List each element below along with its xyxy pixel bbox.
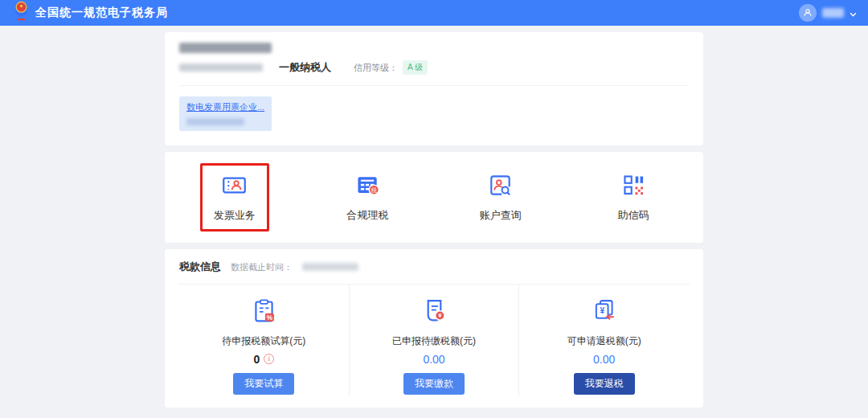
tax-card-value: 0.00 [593, 353, 615, 366]
tax-card-declared-unpaid: ¥ 已申报待缴税额(元) 0.00 我要缴款 [349, 285, 520, 396]
company-name-redacted [179, 43, 272, 53]
tax-card-label: 已申报待缴税额(元) [392, 334, 476, 348]
credit-rating-badge: A 级 [403, 60, 428, 75]
qr-code-icon [621, 173, 646, 201]
user-menu[interactable] [799, 4, 857, 22]
main-content: 一般纳税人 信用等级： A 级 数电发票用票企业... 发票业务 [165, 32, 703, 408]
taxpayer-id-redacted [179, 64, 263, 72]
tax-info-title: 税款信息 [179, 260, 221, 274]
credit-rating-label: 信用等级： [354, 62, 398, 74]
calendar-tax-icon: 税 [355, 173, 380, 201]
clipboard-percent-icon: % [251, 297, 277, 327]
service-label: 账户查询 [480, 208, 522, 223]
person-search-icon [488, 173, 513, 201]
tax-card-label: 可申请退税额(元) [567, 334, 641, 348]
info-icon[interactable]: i [264, 354, 274, 364]
tax-card-value: 0 [253, 353, 260, 366]
chevron-down-icon[interactable] [850, 6, 857, 20]
tag-detail-redacted [186, 118, 244, 125]
tax-bureau-emblem-icon [13, 1, 30, 25]
services-card: 发票业务 税 合规理税 [165, 152, 703, 243]
service-credit-code[interactable]: 助信码 [599, 163, 668, 232]
refund-tax-button[interactable]: 我要退税 [574, 373, 635, 395]
svg-text:¥: ¥ [600, 306, 605, 315]
service-compliance-tax[interactable]: 税 合规理税 [333, 163, 402, 232]
tax-card-refundable: ¥ 可申请退税额(元) 0.00 我要退税 [519, 285, 689, 396]
service-col: 发票业务 [168, 163, 301, 232]
tax-card-value: 0.00 [423, 353, 444, 366]
service-col: 账户查询 [434, 163, 567, 232]
invoice-ticket-icon [222, 173, 247, 201]
service-label: 发票业务 [214, 208, 256, 223]
pay-tax-button[interactable]: 我要缴款 [403, 373, 465, 395]
service-label: 合规理税 [346, 208, 388, 223]
service-col: 助信码 [567, 163, 701, 232]
service-invoice-business[interactable]: 发票业务 [200, 163, 269, 232]
svg-text:%: % [267, 314, 273, 322]
tax-card-label: 待申报税额试算(元) [222, 334, 305, 348]
svg-text:¥: ¥ [438, 312, 442, 319]
company-card: 一般纳税人 信用等级： A 级 数电发票用票企业... [165, 32, 703, 145]
receipt-yuan-icon: ¥ [421, 297, 448, 327]
service-account-query[interactable]: 账户查询 [466, 163, 535, 232]
data-cutoff-label: 数据截止时间： [231, 261, 293, 273]
invoice-enterprise-tag-label[interactable]: 数电发票用票企业... [186, 101, 264, 113]
refund-pages-icon: ¥ [591, 297, 617, 327]
service-col: 税 合规理税 [301, 163, 435, 232]
svg-text:税: 税 [371, 186, 377, 194]
service-label: 助信码 [618, 208, 649, 223]
divider [179, 85, 689, 86]
brand: 全国统一规范电子税务局 [13, 1, 168, 25]
cutoff-date-redacted [302, 263, 358, 271]
username-redacted [822, 8, 844, 18]
app-header: 全国统一规范电子税务局 [0, 0, 868, 26]
user-avatar-icon[interactable] [799, 4, 817, 22]
tax-info-card: 税款信息 数据截止时间： % 待申报 [165, 249, 703, 408]
app-title: 全国统一规范电子税务局 [35, 6, 168, 20]
trial-calc-button[interactable]: 我要试算 [233, 373, 294, 395]
tax-card-pending-declaration: % 待申报税额试算(元) 0 i 我要试算 [179, 285, 349, 396]
taxpayer-type-label: 一般纳税人 [279, 60, 331, 75]
invoice-enterprise-tag[interactable]: 数电发票用票企业... [179, 96, 272, 131]
